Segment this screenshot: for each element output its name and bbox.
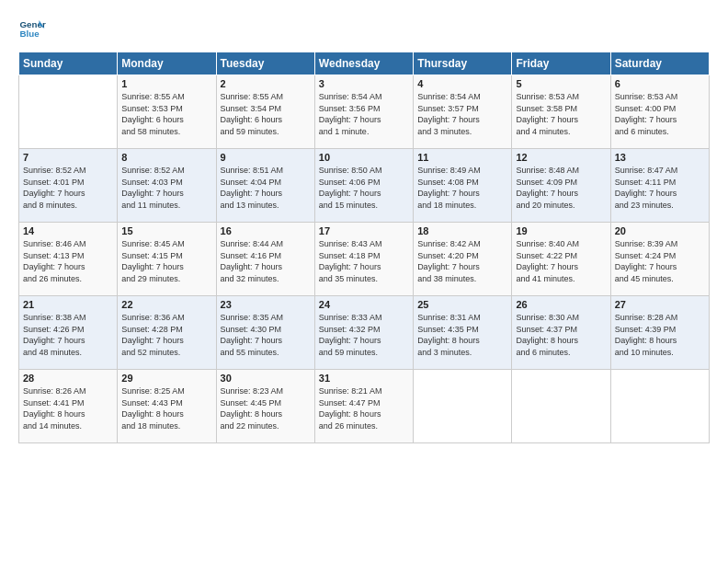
weekday-header: Tuesday xyxy=(216,52,314,75)
calendar-cell xyxy=(414,370,512,443)
cell-content-line: and 1 minute. xyxy=(319,126,409,138)
cell-content-line: and 45 minutes. xyxy=(615,273,705,285)
cell-content-line: Sunset: 4:47 PM xyxy=(319,397,409,409)
cell-content-line: Daylight: 7 hours xyxy=(516,261,606,273)
logo-icon: General Blue xyxy=(18,15,46,42)
day-number: 26 xyxy=(516,299,606,310)
calendar-week-row: 21Sunrise: 8:38 AMSunset: 4:26 PMDayligh… xyxy=(19,296,710,370)
cell-content-line: Sunrise: 8:39 AM xyxy=(615,238,705,250)
cell-content-line: and 3 minutes. xyxy=(417,347,507,359)
cell-content-line: Sunrise: 8:44 AM xyxy=(221,238,311,250)
cell-content-line: and 41 minutes. xyxy=(516,273,606,285)
day-number: 21 xyxy=(23,299,113,310)
calendar-cell: 19Sunrise: 8:40 AMSunset: 4:22 PMDayligh… xyxy=(512,223,610,296)
cell-content-line: Sunset: 4:09 PM xyxy=(516,177,606,189)
calendar-cell: 17Sunrise: 8:43 AMSunset: 4:18 PMDayligh… xyxy=(314,223,413,296)
calendar-cell: 23Sunrise: 8:35 AMSunset: 4:30 PMDayligh… xyxy=(216,296,314,370)
cell-content-line: Sunrise: 8:43 AM xyxy=(319,238,409,250)
cell-content-line: Sunset: 4:43 PM xyxy=(121,397,211,409)
calendar-cell xyxy=(512,370,610,443)
svg-text:General: General xyxy=(20,19,47,29)
cell-content-line: and 10 minutes. xyxy=(615,347,705,359)
calendar-cell: 11Sunrise: 8:49 AMSunset: 4:08 PMDayligh… xyxy=(414,149,512,223)
cell-content-line: Sunrise: 8:30 AM xyxy=(516,312,606,324)
day-number: 24 xyxy=(319,299,409,310)
cell-content-line: Daylight: 8 hours xyxy=(516,335,606,347)
calendar-cell: 13Sunrise: 8:47 AMSunset: 4:11 PMDayligh… xyxy=(610,149,709,223)
cell-content-line: Sunrise: 8:25 AM xyxy=(121,385,211,397)
day-number: 25 xyxy=(417,299,507,310)
cell-content-line: and 58 minutes. xyxy=(121,126,211,138)
day-number: 15 xyxy=(121,225,211,236)
cell-content-line: Sunrise: 8:55 AM xyxy=(121,91,211,103)
cell-content-line: Sunset: 4:08 PM xyxy=(417,177,507,189)
calendar-cell: 24Sunrise: 8:33 AMSunset: 4:32 PMDayligh… xyxy=(314,296,413,370)
cell-content-line: Sunset: 4:35 PM xyxy=(417,324,507,336)
cell-content-line: and 26 minutes. xyxy=(319,420,409,432)
cell-content-line: and 26 minutes. xyxy=(23,273,113,285)
cell-content-line: and 48 minutes. xyxy=(23,347,113,359)
cell-content-line: Sunset: 3:57 PM xyxy=(417,103,507,115)
cell-content-line: Daylight: 8 hours xyxy=(121,408,211,420)
cell-content-line: Sunrise: 8:52 AM xyxy=(121,165,211,177)
cell-content-line: and 55 minutes. xyxy=(221,347,311,359)
cell-content-line: and 35 minutes. xyxy=(319,273,409,285)
calendar-cell: 26Sunrise: 8:30 AMSunset: 4:37 PMDayligh… xyxy=(512,296,610,370)
cell-content-line: Sunrise: 8:31 AM xyxy=(417,312,507,324)
calendar-cell: 10Sunrise: 8:50 AMSunset: 4:06 PMDayligh… xyxy=(314,149,413,223)
day-number: 1 xyxy=(121,78,211,89)
cell-content-line: Sunset: 4:28 PM xyxy=(121,324,211,336)
cell-content-line: Daylight: 7 hours xyxy=(121,261,211,273)
cell-content-line: and 3 minutes. xyxy=(417,126,507,138)
cell-content-line: and 18 minutes. xyxy=(121,420,211,432)
calendar-cell: 14Sunrise: 8:46 AMSunset: 4:13 PMDayligh… xyxy=(19,223,118,296)
cell-content-line: and 59 minutes. xyxy=(319,347,409,359)
day-number: 31 xyxy=(319,373,409,384)
cell-content-line: and 13 minutes. xyxy=(221,200,311,212)
calendar-cell: 27Sunrise: 8:28 AMSunset: 4:39 PMDayligh… xyxy=(610,296,709,370)
cell-content-line: Sunset: 4:13 PM xyxy=(23,250,113,262)
calendar-cell: 2Sunrise: 8:55 AMSunset: 3:54 PMDaylight… xyxy=(216,75,314,149)
day-number: 28 xyxy=(23,373,113,384)
cell-content-line: and 14 minutes. xyxy=(23,420,113,432)
cell-content-line: Daylight: 8 hours xyxy=(221,408,311,420)
cell-content-line: and 11 minutes. xyxy=(121,200,211,212)
cell-content-line: Sunrise: 8:42 AM xyxy=(417,238,507,250)
cell-content-line: Sunrise: 8:33 AM xyxy=(319,312,409,324)
cell-content-line: Daylight: 7 hours xyxy=(319,188,409,200)
day-number: 16 xyxy=(221,225,311,236)
cell-content-line: Sunset: 4:41 PM xyxy=(23,397,113,409)
cell-content-line: Sunrise: 8:49 AM xyxy=(417,165,507,177)
calendar-cell: 16Sunrise: 8:44 AMSunset: 4:16 PMDayligh… xyxy=(216,223,314,296)
cell-content-line: Daylight: 7 hours xyxy=(23,335,113,347)
cell-content-line: and 20 minutes. xyxy=(516,200,606,212)
cell-content-line: Daylight: 7 hours xyxy=(319,114,409,126)
cell-content-line: Sunset: 4:01 PM xyxy=(23,177,113,189)
day-number: 27 xyxy=(615,299,705,310)
cell-content-line: and 6 minutes. xyxy=(516,347,606,359)
day-number: 8 xyxy=(121,152,211,163)
cell-content-line: Sunrise: 8:51 AM xyxy=(221,165,311,177)
weekday-header: Wednesday xyxy=(314,52,413,75)
cell-content-line: Sunset: 3:54 PM xyxy=(221,103,311,115)
calendar-cell: 25Sunrise: 8:31 AMSunset: 4:35 PMDayligh… xyxy=(414,296,512,370)
cell-content-line: Sunrise: 8:48 AM xyxy=(516,165,606,177)
calendar-cell: 1Sunrise: 8:55 AMSunset: 3:53 PMDaylight… xyxy=(118,75,216,149)
calendar-cell: 6Sunrise: 8:53 AMSunset: 4:00 PMDaylight… xyxy=(610,75,709,149)
cell-content-line: and 59 minutes. xyxy=(221,126,311,138)
cell-content-line: and 38 minutes. xyxy=(417,273,507,285)
cell-content-line: Daylight: 8 hours xyxy=(615,335,705,347)
cell-content-line: Sunrise: 8:46 AM xyxy=(23,238,113,250)
weekday-header: Friday xyxy=(512,52,610,75)
cell-content-line: Sunrise: 8:54 AM xyxy=(319,91,409,103)
calendar-cell: 22Sunrise: 8:36 AMSunset: 4:28 PMDayligh… xyxy=(118,296,216,370)
cell-content-line: Daylight: 7 hours xyxy=(319,335,409,347)
calendar-week-row: 1Sunrise: 8:55 AMSunset: 3:53 PMDaylight… xyxy=(19,75,710,149)
day-number: 10 xyxy=(319,152,409,163)
cell-content-line: Daylight: 7 hours xyxy=(23,261,113,273)
cell-content-line: Sunset: 3:53 PM xyxy=(121,103,211,115)
day-number: 4 xyxy=(417,78,507,89)
calendar-cell: 18Sunrise: 8:42 AMSunset: 4:20 PMDayligh… xyxy=(414,223,512,296)
cell-content-line: Daylight: 7 hours xyxy=(221,335,311,347)
cell-content-line: Daylight: 7 hours xyxy=(121,335,211,347)
